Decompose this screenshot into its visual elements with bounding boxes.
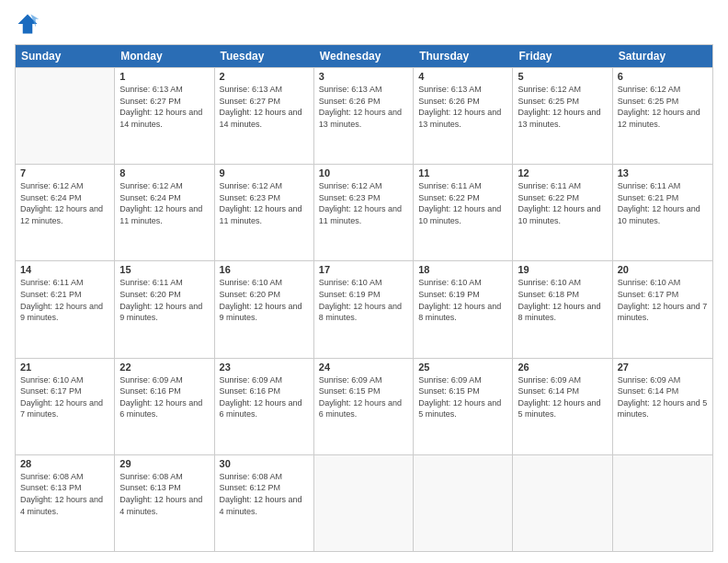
day-number: 8 [119,167,209,178]
calendar-cell [613,455,712,551]
calendar-cell [16,68,115,164]
day-info: Sunrise: 6:08 AM Sunset: 6:13 PM Dayligh… [119,471,209,517]
day-info: Sunrise: 6:11 AM Sunset: 6:22 PM Dayligh… [418,180,507,226]
day-info: Sunrise: 6:11 AM Sunset: 6:21 PM Dayligh… [618,180,708,226]
day-number: 5 [518,71,607,82]
day-info: Sunrise: 6:09 AM Sunset: 6:16 PM Dayligh… [220,374,309,420]
day-info: Sunrise: 6:13 AM Sunset: 6:27 PM Dayligh… [119,84,209,130]
calendar-row: 1Sunrise: 6:13 AM Sunset: 6:27 PM Daylig… [16,67,712,164]
calendar-header-cell: Wednesday [314,45,414,67]
day-info: Sunrise: 6:12 AM Sunset: 6:24 PM Dayligh… [20,180,109,226]
calendar-cell: 30Sunrise: 6:08 AM Sunset: 6:12 PM Dayli… [215,455,314,551]
calendar-cell: 2Sunrise: 6:13 AM Sunset: 6:27 PM Daylig… [215,68,314,164]
day-info: Sunrise: 6:10 AM Sunset: 6:17 PM Dayligh… [618,277,708,323]
calendar-cell: 7Sunrise: 6:12 AM Sunset: 6:24 PM Daylig… [16,165,115,260]
day-number: 16 [220,264,309,275]
calendar-header-cell: Friday [513,45,612,67]
day-number: 27 [618,362,708,373]
day-info: Sunrise: 6:09 AM Sunset: 6:14 PM Dayligh… [618,374,708,420]
day-info: Sunrise: 6:12 AM Sunset: 6:24 PM Dayligh… [119,180,209,226]
day-number: 29 [119,458,209,469]
day-info: Sunrise: 6:09 AM Sunset: 6:16 PM Dayligh… [119,374,209,420]
calendar-cell [513,455,612,551]
calendar-cell: 29Sunrise: 6:08 AM Sunset: 6:13 PM Dayli… [115,455,214,551]
calendar-cell: 13Sunrise: 6:11 AM Sunset: 6:21 PM Dayli… [613,165,712,260]
calendar-cell: 22Sunrise: 6:09 AM Sunset: 6:16 PM Dayli… [115,359,214,454]
calendar-cell: 26Sunrise: 6:09 AM Sunset: 6:14 PM Dayli… [513,359,612,454]
day-number: 19 [518,264,607,275]
day-info: Sunrise: 6:10 AM Sunset: 6:17 PM Dayligh… [20,374,109,420]
day-number: 13 [618,167,708,178]
day-info: Sunrise: 6:12 AM Sunset: 6:23 PM Dayligh… [319,180,408,226]
day-number: 14 [20,264,109,275]
calendar-row: 7Sunrise: 6:12 AM Sunset: 6:24 PM Daylig… [16,164,712,260]
day-info: Sunrise: 6:10 AM Sunset: 6:19 PM Dayligh… [319,277,408,323]
day-info: Sunrise: 6:10 AM Sunset: 6:19 PM Dayligh… [418,277,507,323]
day-number: 20 [618,264,708,275]
calendar-cell: 4Sunrise: 6:13 AM Sunset: 6:26 PM Daylig… [414,68,513,164]
calendar-cell: 16Sunrise: 6:10 AM Sunset: 6:20 PM Dayli… [215,261,314,357]
calendar-cell: 19Sunrise: 6:10 AM Sunset: 6:18 PM Dayli… [513,261,612,357]
calendar-cell [314,455,414,551]
day-number: 2 [220,71,309,82]
day-number: 23 [220,362,309,373]
day-info: Sunrise: 6:08 AM Sunset: 6:12 PM Dayligh… [220,471,309,517]
day-number: 15 [119,264,209,275]
calendar-header: SundayMondayTuesdayWednesdayThursdayFrid… [16,45,712,67]
calendar-row: 21Sunrise: 6:10 AM Sunset: 6:17 PM Dayli… [16,358,712,454]
day-number: 28 [20,458,109,469]
calendar-cell: 23Sunrise: 6:09 AM Sunset: 6:16 PM Dayli… [215,359,314,454]
calendar-header-cell: Saturday [613,45,712,67]
logo [15,11,44,37]
day-info: Sunrise: 6:11 AM Sunset: 6:20 PM Dayligh… [119,277,209,323]
calendar-cell: 3Sunrise: 6:13 AM Sunset: 6:26 PM Daylig… [314,68,414,164]
calendar-row: 14Sunrise: 6:11 AM Sunset: 6:21 PM Dayli… [16,260,712,357]
day-info: Sunrise: 6:13 AM Sunset: 6:26 PM Dayligh… [319,84,408,130]
calendar-cell: 1Sunrise: 6:13 AM Sunset: 6:27 PM Daylig… [115,68,214,164]
day-info: Sunrise: 6:12 AM Sunset: 6:23 PM Dayligh… [220,180,309,226]
day-number: 25 [418,362,507,373]
calendar-cell: 20Sunrise: 6:10 AM Sunset: 6:17 PM Dayli… [613,261,712,357]
calendar-cell: 8Sunrise: 6:12 AM Sunset: 6:24 PM Daylig… [115,165,214,260]
logo-icon [15,11,40,37]
day-info: Sunrise: 6:12 AM Sunset: 6:25 PM Dayligh… [618,84,708,130]
day-number: 17 [319,264,408,275]
day-number: 9 [220,167,309,178]
calendar-cell: 14Sunrise: 6:11 AM Sunset: 6:21 PM Dayli… [16,261,115,357]
calendar-cell [414,455,513,551]
day-info: Sunrise: 6:11 AM Sunset: 6:22 PM Dayligh… [518,180,607,226]
calendar-body: 1Sunrise: 6:13 AM Sunset: 6:27 PM Daylig… [16,67,712,551]
day-number: 3 [319,71,408,82]
day-number: 30 [220,458,309,469]
day-info: Sunrise: 6:09 AM Sunset: 6:15 PM Dayligh… [319,374,408,420]
calendar-cell: 18Sunrise: 6:10 AM Sunset: 6:19 PM Dayli… [414,261,513,357]
calendar-cell: 12Sunrise: 6:11 AM Sunset: 6:22 PM Dayli… [513,165,612,260]
calendar-cell: 25Sunrise: 6:09 AM Sunset: 6:15 PM Dayli… [414,359,513,454]
calendar-cell: 10Sunrise: 6:12 AM Sunset: 6:23 PM Dayli… [314,165,414,260]
day-number: 26 [518,362,607,373]
header [15,11,713,37]
day-number: 24 [319,362,408,373]
day-info: Sunrise: 6:10 AM Sunset: 6:18 PM Dayligh… [518,277,607,323]
calendar-cell: 6Sunrise: 6:12 AM Sunset: 6:25 PM Daylig… [613,68,712,164]
calendar-cell: 15Sunrise: 6:11 AM Sunset: 6:20 PM Dayli… [115,261,214,357]
calendar-cell: 27Sunrise: 6:09 AM Sunset: 6:14 PM Dayli… [613,359,712,454]
calendar-cell: 21Sunrise: 6:10 AM Sunset: 6:17 PM Dayli… [16,359,115,454]
calendar-cell: 24Sunrise: 6:09 AM Sunset: 6:15 PM Dayli… [314,359,414,454]
day-number: 6 [618,71,708,82]
day-number: 12 [518,167,607,178]
day-info: Sunrise: 6:11 AM Sunset: 6:21 PM Dayligh… [20,277,109,323]
day-number: 22 [119,362,209,373]
day-info: Sunrise: 6:12 AM Sunset: 6:25 PM Dayligh… [518,84,607,130]
calendar-header-cell: Monday [115,45,214,67]
day-info: Sunrise: 6:10 AM Sunset: 6:20 PM Dayligh… [220,277,309,323]
day-number: 7 [20,167,109,178]
calendar-row: 28Sunrise: 6:08 AM Sunset: 6:13 PM Dayli… [16,454,712,551]
day-info: Sunrise: 6:13 AM Sunset: 6:27 PM Dayligh… [220,84,309,130]
day-number: 18 [418,264,507,275]
day-number: 21 [20,362,109,373]
day-number: 1 [119,71,209,82]
calendar-cell: 11Sunrise: 6:11 AM Sunset: 6:22 PM Dayli… [414,165,513,260]
day-info: Sunrise: 6:09 AM Sunset: 6:14 PM Dayligh… [518,374,607,420]
calendar-cell: 9Sunrise: 6:12 AM Sunset: 6:23 PM Daylig… [215,165,314,260]
